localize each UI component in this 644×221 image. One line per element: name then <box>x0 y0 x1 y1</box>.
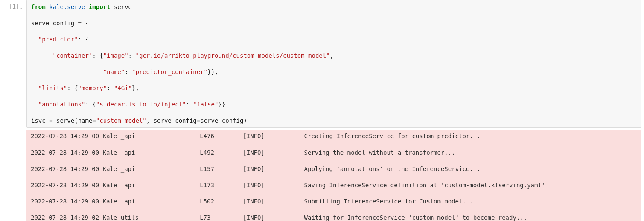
code-token: isvc <box>31 117 46 124</box>
code-token <box>31 68 103 75</box>
code-token <box>85 3 88 10</box>
code-token <box>31 101 38 108</box>
code-token: }}, <box>207 68 218 75</box>
log-line: 2022-07-28 14:29:00 Kale _api L492 [INFO… <box>31 149 637 157</box>
code-token: serve <box>114 3 132 10</box>
notebook-input-cell: [1]: from kale.serve import serve serve_… <box>0 0 644 128</box>
code-token: : { <box>78 36 89 43</box>
code-token: "gcr.io/arrikto-playground/custom-models… <box>135 52 329 59</box>
code-token <box>74 20 78 27</box>
code-token: : { <box>67 85 78 91</box>
code-token: from <box>31 3 46 10</box>
code-input-area[interactable]: from kale.serve import serve serve_confi… <box>26 0 641 128</box>
code-token: import <box>89 3 111 10</box>
code-line: "name": "predictor_container"}}, <box>31 68 637 76</box>
code-token: "name" <box>103 68 125 75</box>
output-prompt <box>3 128 26 221</box>
code-token <box>31 52 53 59</box>
code-token: "image" <box>103 52 128 59</box>
input-prompt: [1]: <box>3 0 26 128</box>
code-token: serve_config <box>154 117 197 124</box>
code-token: , <box>330 52 333 59</box>
code-token: }, <box>132 85 139 91</box>
code-token: = <box>197 117 200 124</box>
code-token: "custom-model" <box>96 117 146 124</box>
code-token: "predictor" <box>38 36 78 43</box>
code-line: "annotations": {"sidecar.istio.io/inject… <box>31 100 637 109</box>
code-token <box>31 85 38 91</box>
code-token: "sidecar.istio.io/inject" <box>96 101 186 108</box>
code-token: "container" <box>53 52 93 59</box>
code-token <box>110 3 114 10</box>
code-token <box>46 117 49 124</box>
log-line: 2022-07-28 14:29:02 Kale utils L73 [INFO… <box>31 214 637 221</box>
code-line: from kale.serve import serve <box>31 3 637 11</box>
code-token: "limits" <box>38 85 67 91</box>
code-token: "4Gi" <box>114 85 132 91</box>
code-token: = <box>92 117 96 124</box>
code-token <box>46 3 49 10</box>
code-token: "annotations" <box>38 101 85 108</box>
log-line: 2022-07-28 14:29:00 Kale _api L157 [INFO… <box>31 165 637 173</box>
log-line: 2022-07-28 14:29:00 Kale _api L476 [INFO… <box>31 132 637 140</box>
code-token: = <box>78 20 82 27</box>
code-line: "container": {"image": "gcr.io/arrikto-p… <box>31 52 637 60</box>
code-line: serve_config = { <box>31 19 637 27</box>
code-token: "memory" <box>78 85 107 91</box>
code-token: , <box>146 117 154 124</box>
code-token <box>53 117 56 124</box>
code-token: : <box>107 85 114 91</box>
log-line: 2022-07-28 14:29:00 Kale _api L502 [INFO… <box>31 197 637 206</box>
code-line: "limits": {"memory": "4Gi"}, <box>31 84 637 92</box>
code-line: isvc = serve(name="custom-model", serve_… <box>31 117 637 125</box>
code-token: }} <box>218 101 225 108</box>
code-token: : <box>186 101 193 108</box>
code-token: serve <box>56 117 74 124</box>
log-output-area: 2022-07-28 14:29:00 Kale _api L476 [INFO… <box>26 130 641 221</box>
code-token: { <box>85 20 88 27</box>
code-token: : <box>125 68 132 75</box>
code-token: serve_config <box>200 117 243 124</box>
code-token: ) <box>243 117 247 124</box>
code-token: : <box>128 52 136 59</box>
code-token: ( <box>74 117 78 124</box>
code-token: "false" <box>193 101 218 108</box>
code-token: serve_config <box>31 20 74 27</box>
code-token: kale.serve <box>49 3 85 10</box>
code-token <box>31 36 38 43</box>
code-token: : { <box>85 101 96 108</box>
code-line: "predictor": { <box>31 35 637 44</box>
log-line: 2022-07-28 14:29:00 Kale _api L173 [INFO… <box>31 181 637 189</box>
notebook-output-cell: 2022-07-28 14:29:00 Kale _api L476 [INFO… <box>0 128 644 221</box>
code-token: name <box>78 117 93 124</box>
code-token: = <box>49 117 52 124</box>
code-token: : { <box>92 52 103 59</box>
code-token: "predictor_container" <box>132 68 207 75</box>
